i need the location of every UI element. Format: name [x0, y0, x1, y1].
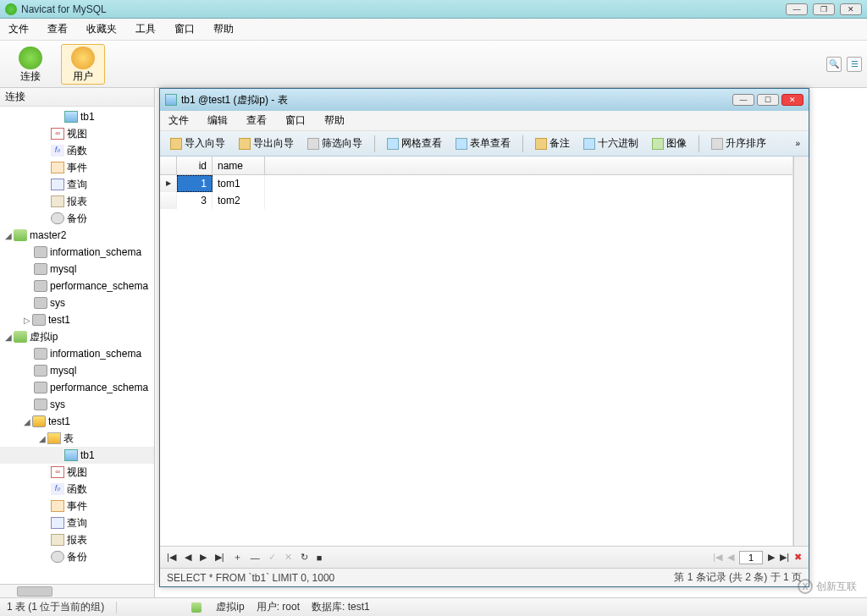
delete-record-button[interactable]: — [251, 553, 260, 563]
tree-db-info-schema[interactable]: information_schema [0, 244, 154, 261]
menu-window[interactable]: 窗口 [174, 22, 195, 36]
cell-name[interactable]: tom1 [213, 175, 265, 192]
expand-arrow-icon[interactable]: ▷ [22, 316, 32, 325]
refresh-button[interactable]: ↻ [301, 552, 308, 563]
menu-help[interactable]: 帮助 [213, 22, 234, 36]
close-button[interactable]: ✕ [840, 3, 862, 15]
add-record-button[interactable]: ＋ [233, 551, 242, 564]
prev-page-button[interactable]: ◀ [727, 552, 734, 563]
filter-icon [307, 138, 319, 150]
tree-db-sys-v[interactable]: sys [0, 396, 154, 413]
tree-item-backups-v[interactable]: 备份 [0, 548, 154, 565]
connect-button[interactable]: 连接 [8, 44, 52, 85]
tree-item-queries-v[interactable]: 查询 [0, 514, 154, 531]
cell-id[interactable]: 3 [177, 192, 213, 209]
inner-menu-help[interactable]: 帮助 [324, 113, 345, 128]
restore-button[interactable]: ❐ [813, 3, 835, 15]
data-grid[interactable]: id name 1 tom1 3 tom2 [160, 157, 793, 546]
tree-item-backups[interactable]: 备份 [0, 210, 154, 227]
prev-record-button[interactable]: ◀ [185, 552, 191, 563]
expand-arrow-icon[interactable]: ◢ [22, 417, 32, 426]
search-icon[interactable]: 🔍 [826, 57, 842, 72]
minimize-button[interactable]: — [786, 3, 808, 15]
tree-db-sys[interactable]: sys [0, 294, 154, 311]
image-button[interactable]: 图像 [647, 134, 692, 153]
col-id[interactable]: id [177, 157, 213, 174]
inner-minimize-button[interactable]: — [732, 94, 754, 106]
last-record-button[interactable]: ▶| [215, 552, 224, 563]
main-toolbar: 连接 用户 🔍 ☰ [0, 41, 867, 88]
inner-maximize-button[interactable]: ☐ [757, 94, 779, 106]
form-view-button[interactable]: 表单查看 [450, 134, 516, 153]
tree-item-reports[interactable]: 报表 [0, 193, 154, 210]
inner-close-button[interactable]: ✕ [781, 94, 803, 106]
menu-file[interactable]: 文件 [8, 22, 29, 36]
tree-db-mysql-v[interactable]: mysql [0, 362, 154, 379]
tree-db-mysql[interactable]: mysql [0, 261, 154, 278]
page-input[interactable] [739, 551, 763, 564]
sidebar-scrollbar[interactable] [0, 584, 154, 597]
inner-menu-window[interactable]: 窗口 [285, 113, 306, 128]
tree-item-tb1[interactable]: tb1 [0, 108, 154, 125]
cancel-button[interactable]: ✕ [284, 552, 292, 563]
expand-arrow-icon[interactable]: ◢ [37, 434, 47, 443]
tree-item-events[interactable]: 事件 [0, 159, 154, 176]
next-page-button[interactable]: ▶ [768, 552, 775, 563]
grid-scrollbar[interactable] [793, 157, 809, 546]
cell-id[interactable]: 1 [177, 175, 213, 192]
first-page-button[interactable]: |◀ [713, 552, 722, 563]
inner-menu-view[interactable]: 查看 [246, 113, 267, 128]
tree-server-master2[interactable]: ◢master2 [0, 227, 154, 244]
first-record-button[interactable]: |◀ [167, 552, 176, 563]
sidebar-header: 连接 [0, 88, 154, 107]
tree-tables-folder[interactable]: ◢表 [0, 430, 154, 447]
status-conn: 虚拟ip [216, 600, 244, 614]
apply-button[interactable]: ✓ [268, 552, 276, 563]
note-button[interactable]: 备注 [530, 134, 575, 153]
export-wizard-button[interactable]: 导出向导 [234, 134, 299, 153]
settings-button[interactable]: ✖ [794, 552, 802, 563]
filter-wizard-button[interactable]: 筛选向导 [302, 134, 367, 153]
menu-tools[interactable]: 工具 [135, 22, 156, 36]
database-icon [32, 314, 46, 326]
inner-menu-edit[interactable]: 编辑 [207, 113, 228, 128]
table-row[interactable]: 3 tom2 [160, 192, 792, 209]
toolbar-expand-button[interactable]: » [792, 137, 803, 150]
tree-server-virtualip[interactable]: ◢虚拟ip [0, 328, 154, 345]
server-icon [14, 229, 27, 241]
tree-db-info-schema-v[interactable]: information_schema [0, 345, 154, 362]
stop-button[interactable]: ■ [317, 553, 323, 563]
user-button[interactable]: 用户 [61, 44, 105, 85]
list-view-icon[interactable]: ☰ [847, 57, 862, 72]
content-area: tb1 @test1 (虚拟ip) - 表 — ☐ ✕ 文件 编辑 查看 窗口 … [155, 88, 867, 597]
tree-item-functions[interactable]: f₀函数 [0, 142, 154, 159]
import-wizard-button[interactable]: 导入向导 [165, 134, 230, 153]
connection-tree[interactable]: tb1 ∞视图 f₀函数 事件 查询 报表 备份 ◢master2 inform… [0, 107, 154, 584]
hex-button[interactable]: 十六进制 [578, 134, 643, 153]
tree-item-reports-v[interactable]: 报表 [0, 531, 154, 548]
tree-item-tb1-selected[interactable]: tb1 [0, 447, 154, 464]
last-page-button[interactable]: ▶| [780, 552, 789, 563]
tree-db-perf-schema[interactable]: performance_schema [0, 278, 154, 294]
tree-item-functions-v[interactable]: f₀函数 [0, 481, 154, 498]
sort-asc-button[interactable]: 升序排序 [706, 134, 771, 153]
tree-db-test1-m2[interactable]: ▷test1 [0, 311, 154, 328]
tree-db-test1-v[interactable]: ◢test1 [0, 413, 154, 430]
main-menubar: 文件 查看 收藏夹 工具 窗口 帮助 [0, 19, 867, 41]
menu-view[interactable]: 查看 [47, 22, 68, 36]
inner-titlebar[interactable]: tb1 @test1 (虚拟ip) - 表 — ☐ ✕ [160, 89, 809, 111]
expand-arrow-icon[interactable]: ◢ [3, 231, 14, 240]
grid-view-button[interactable]: 网格查看 [382, 134, 447, 153]
inner-menu-file[interactable]: 文件 [168, 113, 189, 128]
tree-item-queries[interactable]: 查询 [0, 176, 154, 193]
col-name[interactable]: name [213, 157, 265, 174]
tree-item-views[interactable]: ∞视图 [0, 125, 154, 142]
cell-name[interactable]: tom2 [213, 192, 265, 209]
tree-item-events-v[interactable]: 事件 [0, 498, 154, 514]
expand-arrow-icon[interactable]: ◢ [3, 333, 14, 342]
tree-item-views-v[interactable]: ∞视图 [0, 464, 154, 481]
tree-db-perf-schema-v[interactable]: performance_schema [0, 379, 154, 396]
table-row[interactable]: 1 tom1 [160, 175, 792, 192]
menu-favorites[interactable]: 收藏夹 [86, 22, 117, 36]
next-record-button[interactable]: ▶ [200, 552, 207, 563]
